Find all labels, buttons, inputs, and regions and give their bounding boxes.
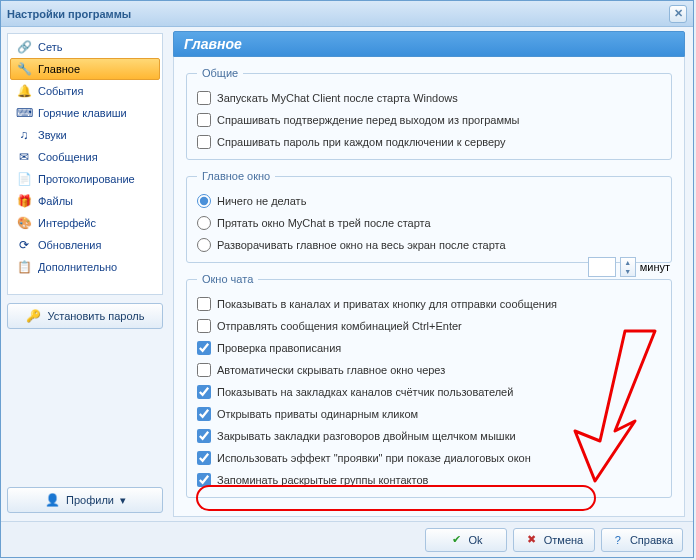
nav-label: Сообщения: [38, 151, 98, 163]
sidebar-item-6[interactable]: 📄Протоколирование: [10, 168, 160, 190]
option-row: Спрашивать подтверждение перед выходом и…: [197, 109, 661, 131]
cancel-label: Отмена: [544, 534, 583, 546]
main-area: Главное Общие Запускать MyChat Client по…: [169, 27, 693, 521]
option-label[interactable]: Использовать эффект "проявки" при показе…: [217, 452, 531, 464]
sidebar-item-5[interactable]: ✉Сообщения: [10, 146, 160, 168]
sidebar-item-10[interactable]: 📋Дополнительно: [10, 256, 160, 278]
option-radio[interactable]: [197, 194, 211, 208]
sidebar-item-0[interactable]: 🔗Сеть: [10, 36, 160, 58]
set-password-button[interactable]: 🔑 Установить пароль: [7, 303, 163, 329]
option-radio[interactable]: [197, 216, 211, 230]
option-checkbox[interactable]: [197, 385, 211, 399]
nav-label: Сеть: [38, 41, 62, 53]
titlebar: Настройки программы ✕: [1, 1, 693, 27]
spin-buttons[interactable]: ▲▼: [620, 257, 636, 277]
nav-label: Протоколирование: [38, 173, 135, 185]
option-row: Запускать MyChat Client после старта Win…: [197, 87, 661, 109]
help-icon: ?: [611, 533, 625, 547]
option-checkbox[interactable]: [197, 91, 211, 105]
option-row: Отправлять сообщения комбинацией Ctrl+En…: [197, 315, 661, 337]
option-label[interactable]: Показывать на закладках каналов счётчик …: [217, 386, 513, 398]
profiles-label: Профили: [66, 494, 114, 506]
sidebar-item-7[interactable]: 🎁Файлы: [10, 190, 160, 212]
check-icon: ✔: [449, 533, 463, 547]
option-label[interactable]: Ничего не делать: [217, 195, 306, 207]
nav-icon: ⌨: [16, 105, 32, 121]
group-chat: Окно чата Показывать в каналах и привата…: [186, 273, 672, 498]
option-checkbox[interactable]: [197, 407, 211, 421]
option-label[interactable]: Разворачивать главное окно на весь экран…: [217, 239, 506, 251]
nav-icon: 📋: [16, 259, 32, 275]
option-row: Прятать окно MyChat в трей после старта: [197, 212, 661, 234]
sidebar-item-3[interactable]: ⌨Горячие клавиши: [10, 102, 160, 124]
user-icon: 👤: [44, 492, 60, 508]
option-label[interactable]: Открывать приваты одинарным кликом: [217, 408, 418, 420]
key-icon: 🔑: [25, 308, 41, 324]
option-checkbox[interactable]: [197, 473, 211, 487]
sidebar-item-8[interactable]: 🎨Интерфейс: [10, 212, 160, 234]
nav-icon: 📄: [16, 171, 32, 187]
option-checkbox[interactable]: [197, 113, 211, 127]
nav-label: События: [38, 85, 83, 97]
settings-window: Настройки программы ✕ 🔗Сеть🔧Главное🔔Собы…: [0, 0, 694, 558]
option-label[interactable]: Запускать MyChat Client после старта Win…: [217, 92, 458, 104]
window-title: Настройки программы: [7, 8, 131, 20]
hide-delay-spinner: ▲▼ минут: [588, 257, 670, 277]
nav-label: Дополнительно: [38, 261, 117, 273]
group-mainwin-legend: Главное окно: [197, 170, 275, 182]
help-button[interactable]: ?Справка: [601, 528, 683, 552]
nav-label: Интерфейс: [38, 217, 96, 229]
option-label[interactable]: Показывать в каналах и приватах кнопку д…: [217, 298, 557, 310]
option-checkbox[interactable]: [197, 341, 211, 355]
nav-list: 🔗Сеть🔧Главное🔔События⌨Горячие клавиши♫Зв…: [7, 33, 163, 295]
hide-delay-input[interactable]: [588, 257, 616, 277]
spin-up-icon: ▲: [621, 258, 635, 267]
option-label[interactable]: Запоминать раскрытые группы контактов: [217, 474, 428, 486]
nav-icon: 🎨: [16, 215, 32, 231]
set-password-label: Установить пароль: [47, 310, 144, 322]
close-button[interactable]: ✕: [669, 5, 687, 23]
option-checkbox[interactable]: [197, 135, 211, 149]
settings-panel: Общие Запускать MyChat Client после стар…: [173, 57, 685, 517]
cancel-icon: ✖: [525, 533, 539, 547]
sidebar-item-9[interactable]: ⟳Обновления: [10, 234, 160, 256]
ok-label: Ok: [468, 534, 482, 546]
sidebar-item-2[interactable]: 🔔События: [10, 80, 160, 102]
nav-icon: ♫: [16, 127, 32, 143]
help-label: Справка: [630, 534, 673, 546]
option-label[interactable]: Отправлять сообщения комбинацией Ctrl+En…: [217, 320, 462, 332]
nav-label: Главное: [38, 63, 80, 75]
option-label[interactable]: Спрашивать подтверждение перед выходом и…: [217, 114, 519, 126]
option-row: Проверка правописания: [197, 337, 661, 359]
option-radio[interactable]: [197, 238, 211, 252]
option-row: Открывать приваты одинарным кликом: [197, 403, 661, 425]
option-label[interactable]: Автоматически скрывать главное окно чере…: [217, 364, 445, 376]
option-label[interactable]: Закрывать закладки разговоров двойным ще…: [217, 430, 516, 442]
option-label[interactable]: Проверка правописания: [217, 342, 341, 354]
profiles-button[interactable]: 👤 Профили ▾: [7, 487, 163, 513]
nav-label: Звуки: [38, 129, 67, 141]
dropdown-icon: ▾: [120, 494, 126, 507]
nav-label: Обновления: [38, 239, 101, 251]
option-label[interactable]: Спрашивать пароль при каждом подключении…: [217, 136, 506, 148]
option-checkbox[interactable]: [197, 297, 211, 311]
option-checkbox[interactable]: [197, 319, 211, 333]
close-icon: ✕: [674, 7, 683, 20]
sidebar-item-1[interactable]: 🔧Главное: [10, 58, 160, 80]
nav-icon: ⟳: [16, 237, 32, 253]
ok-button[interactable]: ✔Ok: [425, 528, 507, 552]
option-label[interactable]: Прятать окно MyChat в трей после старта: [217, 217, 431, 229]
option-row: Автоматически скрывать главное окно чере…: [197, 359, 661, 381]
option-row: Показывать на закладках каналов счётчик …: [197, 381, 661, 403]
nav-label: Горячие клавиши: [38, 107, 127, 119]
group-general: Общие Запускать MyChat Client после стар…: [186, 67, 672, 160]
sidebar: 🔗Сеть🔧Главное🔔События⌨Горячие клавиши♫Зв…: [1, 27, 169, 521]
option-row: Разворачивать главное окно на весь экран…: [197, 234, 661, 256]
option-checkbox[interactable]: [197, 451, 211, 465]
option-checkbox[interactable]: [197, 429, 211, 443]
nav-icon: 🔔: [16, 83, 32, 99]
sidebar-item-4[interactable]: ♫Звуки: [10, 124, 160, 146]
cancel-button[interactable]: ✖Отмена: [513, 528, 595, 552]
footer: ✔Ok ✖Отмена ?Справка: [1, 521, 693, 557]
option-checkbox[interactable]: [197, 363, 211, 377]
